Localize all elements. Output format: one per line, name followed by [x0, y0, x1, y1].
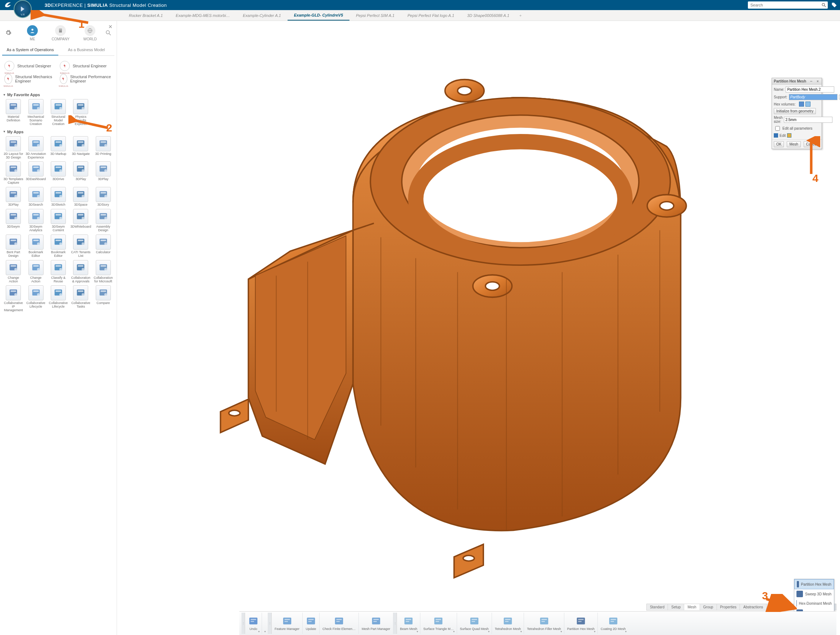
app-item[interactable]: Assembly Design: [93, 209, 114, 232]
actionbar-tab[interactable]: Setup: [668, 604, 684, 610]
toolbar-command[interactable]: Mesh Part Manager: [359, 613, 393, 634]
tag-icon[interactable]: [831, 2, 837, 8]
toolbar-command[interactable]: Tetrahedron Filler Mesh▼: [524, 613, 564, 634]
mesh-name-input[interactable]: [786, 86, 834, 93]
toolbar-command[interactable]: Coating 2D Mesh▼: [598, 613, 629, 634]
app-item[interactable]: Classify & Reuse: [48, 260, 69, 283]
actionbar-tab[interactable]: Abstractions: [740, 604, 767, 610]
app-item[interactable]: 3DDrive: [48, 162, 69, 185]
my-apps-header[interactable]: My Apps: [3, 130, 114, 134]
toolbar-command[interactable]: Tetrahedron Mesh▼: [492, 613, 524, 634]
mesh-popup-item[interactable]: Partition Hex Mesh: [794, 579, 834, 589]
document-tab[interactable]: 3D Shape00056088 A.1: [461, 10, 516, 21]
toolbar-command[interactable]: Surface Triangle M…▼: [420, 613, 457, 634]
nav-world[interactable]: WORLD: [84, 25, 97, 41]
favorite-app[interactable]: Mechanical Scenario Creation: [25, 99, 46, 126]
document-tab[interactable]: Example-MDG-MES motorbi…: [169, 10, 236, 21]
dialog-window-controls[interactable]: — ×: [810, 79, 820, 83]
panel-search-icon[interactable]: [105, 30, 112, 36]
app-item[interactable]: CATI Tenants List: [70, 234, 91, 258]
toolbar-command[interactable]: Feature Manager: [272, 613, 303, 634]
search-box[interactable]: [748, 2, 828, 9]
document-tab[interactable]: Pepsi Perfect SIM A.1: [349, 10, 401, 21]
app-item[interactable]: 3D Printing: [93, 136, 114, 160]
app-item[interactable]: 3DSwym Analytics: [25, 209, 46, 232]
app-item[interactable]: 3DDashboard: [25, 162, 46, 185]
app-item[interactable]: 3DSketch: [48, 187, 69, 207]
toolbar-command[interactable]: Update: [303, 613, 320, 634]
app-item[interactable]: 3DPlay: [3, 187, 24, 207]
app-item[interactable]: Change Action: [25, 260, 46, 283]
favorite-app[interactable]: Physics Results Explorer: [70, 99, 91, 126]
app-item[interactable]: Collaboration for Microsoft: [93, 260, 114, 283]
favorite-apps-header[interactable]: My Favorite Apps: [3, 93, 114, 97]
app-item[interactable]: 3DSpace: [70, 187, 91, 207]
app-item[interactable]: Bookmark Editor: [25, 234, 46, 258]
app-item[interactable]: 3DPlay: [93, 162, 114, 185]
role-item[interactable]: Structural Performance Engineer: [60, 74, 112, 84]
edit-all-params-checkbox[interactable]: [775, 126, 780, 131]
favorite-app[interactable]: Material Definition: [3, 99, 24, 126]
dialog-ok-button[interactable]: OK: [774, 141, 784, 147]
app-item[interactable]: 3DSearch: [25, 187, 46, 207]
app-item[interactable]: 3D Navigate: [70, 136, 91, 160]
app-item[interactable]: Change Action: [3, 260, 24, 283]
document-tab[interactable]: Rocker Bracket A.1: [122, 10, 169, 21]
nav-company[interactable]: COMPANY: [52, 25, 69, 41]
document-tab[interactable]: Example-GLD- CylindreV5: [287, 10, 349, 21]
search-input[interactable]: [749, 2, 821, 8]
3d-viewport[interactable]: Partition Hex Mesh — × Name: Support: ↖ …: [117, 21, 840, 635]
mesh-popup-item[interactable]: Sweep 3D Mesh: [794, 589, 834, 599]
document-tab[interactable]: Example-Cylinder A.1: [237, 10, 287, 21]
app-item[interactable]: Collaborative Tasks: [70, 285, 91, 312]
new-tab-button[interactable]: +: [516, 13, 525, 17]
app-item[interactable]: Collaborative Lifecycle: [25, 285, 46, 312]
role-item[interactable]: Structural Designer: [4, 61, 57, 71]
actionbar-tab[interactable]: Connections: [767, 604, 794, 610]
app-item[interactable]: 3DSwym Content: [48, 209, 69, 232]
mesh-size-input[interactable]: [784, 117, 832, 123]
tab-business-model[interactable]: As a Business Model: [58, 45, 114, 55]
settings-icon[interactable]: [5, 30, 11, 36]
compass-button[interactable]: [14, 0, 32, 18]
actionbar-tab[interactable]: Properties: [717, 604, 740, 610]
app-item[interactable]: Calculator: [93, 234, 114, 258]
section-handle-icon[interactable]: ⋮: [268, 613, 272, 634]
toolbar-command[interactable]: Beam Mesh▼: [397, 613, 420, 634]
favorite-app[interactable]: Structural Model Creation: [48, 99, 69, 126]
toolbar-command[interactable]: Surface Quad Mesh▼: [457, 613, 492, 634]
app-item[interactable]: 3DSwym: [3, 209, 24, 232]
tab-system-ops[interactable]: As a System of Operations: [2, 45, 58, 55]
app-item[interactable]: 3DWhiteboard: [70, 209, 91, 232]
app-item[interactable]: 3D Markup: [48, 136, 69, 160]
app-item[interactable]: Collaboration & Approvals: [70, 260, 91, 283]
toolbar-command[interactable]: Check Finite Elemen…: [320, 613, 359, 634]
initialize-geometry-button[interactable]: Initialize from geometry: [774, 108, 816, 114]
toolbar-command[interactable]: Partition Hex Mesh▼: [564, 613, 598, 634]
role-item[interactable]: Structural Engineer: [60, 61, 112, 71]
dialog-cancel-button[interactable]: Cancel: [804, 141, 820, 147]
dialog-titlebar[interactable]: Partition Hex Mesh — ×: [772, 78, 822, 85]
app-item[interactable]: 3DStory: [93, 187, 114, 207]
app-item[interactable]: 3D Templates Capture: [3, 162, 24, 185]
support-input[interactable]: [789, 94, 837, 100]
app-item[interactable]: Bookmark Editor: [48, 234, 69, 258]
partition-hex-mesh-dialog[interactable]: Partition Hex Mesh — × Name: Support: ↖ …: [772, 78, 822, 149]
toolbar-command[interactable]: ▼: [262, 613, 268, 634]
mesh-popup-item[interactable]: Hex-Dominant Mesh: [794, 599, 834, 608]
document-tab[interactable]: Pepsi Perfect Flat logo A.1: [401, 10, 461, 21]
app-item[interactable]: Compare: [93, 285, 114, 312]
nav-me[interactable]: ME: [27, 25, 38, 41]
app-item[interactable]: Collaborative Lifecycle: [48, 285, 69, 312]
section-handle-icon[interactable]: ⋮: [242, 613, 245, 634]
search-icon[interactable]: [821, 3, 826, 8]
role-item[interactable]: Structural Mechanics Engineer: [4, 74, 57, 84]
hex-volume-icon-2[interactable]: [805, 101, 810, 107]
app-item[interactable]: 3DPlay: [70, 162, 91, 185]
actionbar-tab[interactable]: Standard: [647, 604, 668, 610]
actionbar-tab[interactable]: Group: [700, 604, 717, 610]
section-handle-icon[interactable]: ⋮: [393, 613, 397, 634]
actionbar-tab[interactable]: Mesh: [684, 604, 699, 610]
app-item[interactable]: 2D Layout for 3D Design: [3, 136, 24, 160]
dialog-mesh-button[interactable]: Mesh: [787, 141, 801, 147]
